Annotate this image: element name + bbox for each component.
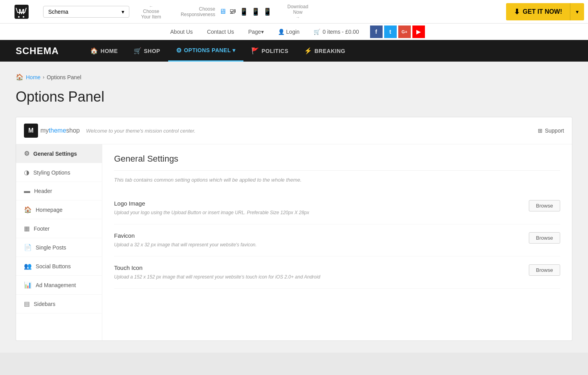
theme-selector-value: Schema (48, 9, 68, 15)
chevron-down-icon: ▾ (122, 9, 124, 15)
options-header-left: M mythemeshop Welcome to your theme's mi… (24, 124, 196, 138)
breadcrumb-current: Options Panel (47, 74, 81, 80)
setting-name-logo: Logo Image (114, 200, 517, 207)
browse-logo-button[interactable]: Browse (529, 200, 560, 211)
sidebar-item-ad-management[interactable]: 📊 Ad Management (16, 276, 102, 295)
nav-about-us[interactable]: About Us (163, 24, 200, 40)
sidebars-icon: ▤ (24, 300, 30, 308)
chevron-down-icon: ▾ (570, 3, 584, 20)
sidebar-item-social-buttons[interactable]: 👥 Social Buttons (16, 257, 102, 276)
setting-row-favicon: Favicon Upload a 32 x 32 px image that w… (114, 224, 560, 257)
setting-name-touch-icon: Touch Icon (114, 264, 517, 271)
general-settings-icon: ⚙ (24, 150, 29, 157)
svg-text:M: M (28, 127, 33, 134)
setting-desc-logo: Upload your logo using the Upload Button… (114, 209, 517, 216)
cart-info[interactable]: 🛒 0 items - £0.00 (307, 29, 366, 35)
browse-touch-icon-button[interactable]: Browse (529, 264, 560, 276)
phone-icon[interactable]: 📱 (263, 7, 272, 16)
support-button[interactable]: ⊞ Support (538, 127, 564, 134)
svg-text:M: M (19, 8, 25, 16)
arrow-right: → (296, 15, 300, 20)
sidebar-item-homepage[interactable]: 🏠 Homepage (16, 200, 102, 219)
monitor-icon[interactable]: 🖳 (229, 7, 236, 16)
sidebar-item-label: General Settings (33, 151, 77, 157)
nav-login[interactable]: 👤 Login (271, 24, 307, 40)
setting-info-logo: Logo Image Upload your logo using the Up… (114, 200, 517, 216)
sidebar-item-general-settings[interactable]: ⚙ General Settings (16, 144, 102, 163)
sidebar-item-label: Homepage (36, 207, 63, 213)
nav-politics[interactable]: 🚩 POLITICS (243, 40, 296, 62)
youtube-icon[interactable]: ▶ (412, 25, 425, 38)
breadcrumb-separator: › (43, 75, 44, 80)
get-it-now-label: ⬇ GET IT NOW! (506, 3, 570, 20)
sidebar-item-header[interactable]: ▬ Header (16, 182, 102, 200)
mts-logo-text: mythemeshop (40, 127, 80, 134)
sidebar-item-single-posts[interactable]: 📄 Single Posts (16, 238, 102, 257)
user-icon: 👤 (278, 29, 285, 35)
cart-icon: 🛒 (314, 29, 320, 35)
breaking-icon: ⚡ (304, 47, 312, 55)
cart-count-label: 0 items - £0.00 (323, 29, 359, 35)
setting-name-favicon: Favicon (114, 232, 517, 239)
browse-favicon-button[interactable]: Browse (529, 232, 560, 244)
facebook-icon[interactable]: f (370, 25, 383, 38)
sidebar-item-label: Header (34, 188, 52, 194)
logo-area: M (4, 4, 39, 20)
sidebar-item-footer[interactable]: ▦ Footer (16, 219, 102, 238)
nav-home[interactable]: 🏠 HOME (82, 40, 126, 62)
get-it-now-button[interactable]: ⬇ GET IT NOW! ▾ (506, 3, 584, 20)
site-title: SCHEMA (16, 46, 59, 56)
sidebar-item-styling-options[interactable]: ◑ Styling Options (16, 163, 102, 182)
ad-management-icon: 📊 (24, 281, 32, 289)
choose-responsiveness-label: Choose Responsiveness (181, 6, 215, 17)
device-icons: 🖥 🖳 📱 📱 📱 (219, 7, 272, 16)
tablet-landscape-icon[interactable]: 📱 (251, 7, 260, 16)
footer-icon: ▦ (24, 225, 30, 232)
download-icon: ⬇ (514, 7, 520, 16)
mts-tagline: Welcome to your theme's mission control … (86, 128, 196, 134)
sidebar-item-label: Footer (34, 226, 49, 232)
styling-options-icon: ◑ (24, 169, 29, 176)
page-title: Options Panel (16, 89, 572, 105)
nav-contact-us[interactable]: Contact Us (200, 24, 241, 40)
svg-point-3 (23, 16, 24, 18)
setting-info-touch-icon: Touch Icon Upload a 152 x 152 px image t… (114, 264, 517, 280)
sidebar-item-sidebars[interactable]: ▤ Sidebars (16, 295, 102, 313)
twitter-icon[interactable]: t (384, 25, 397, 38)
secondary-nav: About Us Contact Us Page 👤 Login 🛒 0 ite… (0, 24, 588, 40)
social-buttons-icon: 👥 (24, 262, 32, 270)
cart-logo-icon: M (14, 4, 29, 20)
sidebar-item-label: Single Posts (36, 244, 66, 251)
nav-page[interactable]: Page (241, 24, 271, 40)
choose-responsiveness-area: Choose Responsiveness 🖥 🖳 📱 📱 📱 (173, 6, 279, 17)
politics-icon: 🚩 (251, 47, 260, 55)
top-bar: M Schema ▾ ← Choose Your Item Choose Res… (0, 0, 588, 24)
options-sidebar: ⚙ General Settings ◑ Styling Options ▬ H… (16, 144, 102, 340)
download-now-label: Download Now (287, 4, 308, 15)
home-icon: 🏠 (90, 47, 98, 55)
single-posts-icon: 📄 (24, 244, 32, 251)
social-icons: f t G+ ▶ (370, 25, 425, 38)
settings-description: This tab contains common setting options… (114, 177, 560, 183)
theme-selector-dropdown[interactable]: Schema ▾ (43, 6, 129, 18)
choose-item-label: Choose Your Item (141, 9, 161, 20)
settings-title: General Settings (114, 154, 560, 171)
googleplus-icon[interactable]: G+ (398, 25, 411, 38)
sidebar-item-label: Styling Options (33, 169, 70, 176)
nav-breaking[interactable]: ⚡ BREAKING (296, 40, 353, 62)
sidebar-item-label: Ad Management (36, 282, 76, 288)
nav-items: 🏠 HOME 🛒 SHOP ⚙ OPTIONS PANEL ▾ 🚩 POLITI… (82, 40, 353, 62)
setting-info-favicon: Favicon Upload a 32 x 32 px image that w… (114, 232, 517, 248)
choose-item-area: ← Choose Your Item (129, 4, 173, 20)
download-now-area: Download Now → (279, 4, 316, 20)
support-icon: ⊞ (538, 127, 543, 134)
support-label: Support (545, 127, 564, 134)
nav-shop[interactable]: 🛒 SHOP (126, 40, 168, 62)
breadcrumb: 🏠 Home › Options Panel (16, 73, 572, 81)
options-panel-header: M mythemeshop Welcome to your theme's mi… (16, 117, 572, 144)
setting-desc-touch-icon: Upload a 152 x 152 px image that will re… (114, 273, 517, 280)
nav-options-panel[interactable]: ⚙ OPTIONS PANEL ▾ (168, 40, 243, 62)
tablet-icon[interactable]: 📱 (240, 7, 248, 16)
desktop-icon[interactable]: 🖥 (219, 7, 226, 16)
breadcrumb-home-link[interactable]: Home (26, 74, 40, 80)
